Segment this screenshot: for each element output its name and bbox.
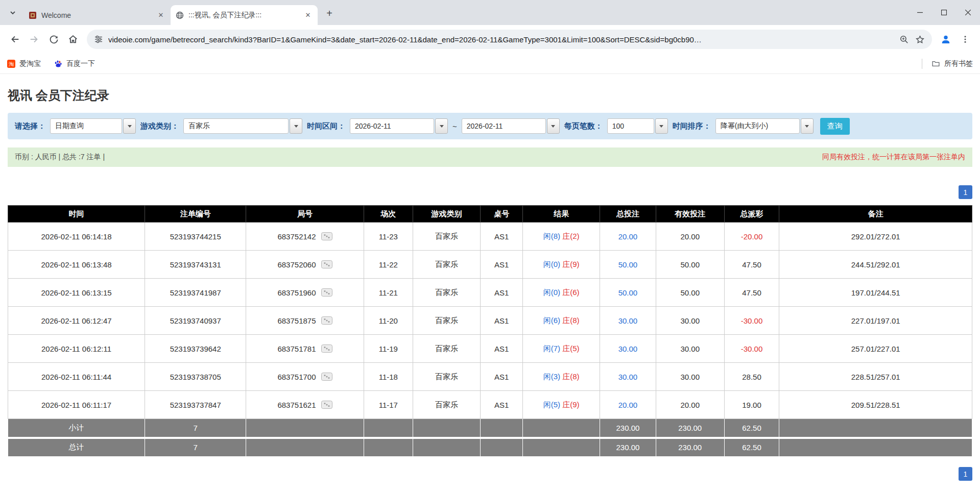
round-cell-inner: 683751960: [277, 288, 332, 297]
summary-bar: 币别 : 人民币 | 总共 :7 注单 | 同局有效投注，统一计算在该局第一张注…: [8, 147, 972, 167]
pagination-page-button[interactable]: 1: [959, 185, 972, 199]
bookmark-taobao[interactable]: 淘 爱淘宝: [7, 59, 41, 68]
cell-total-bet[interactable]: 30.00: [600, 363, 656, 391]
round-number: 683752142: [277, 232, 316, 241]
empty-cell: [481, 438, 523, 457]
dropdown-arrow-button[interactable]: [655, 118, 668, 134]
cell-total-bet[interactable]: 30.00: [600, 335, 656, 363]
round-cell-inner: 683751700: [277, 373, 332, 381]
cell-payout: 28.50: [724, 363, 779, 391]
forward-icon: [29, 34, 40, 45]
tab-close-icon[interactable]: ✕: [303, 11, 313, 20]
cell-total-bet[interactable]: 50.00: [600, 279, 656, 307]
cell-total-bet[interactable]: 30.00: [600, 307, 656, 335]
dropdown-arrow-button[interactable]: [435, 118, 448, 134]
tab-search-button[interactable]: [5, 5, 20, 20]
tab-close-icon[interactable]: ✕: [156, 11, 165, 20]
round-detail-button[interactable]: [321, 316, 332, 325]
date-start-select[interactable]: 2026-02-11: [350, 118, 448, 134]
cell-bet-id: 523193738705: [145, 363, 246, 391]
new-tab-button[interactable]: +: [322, 6, 337, 21]
close-window-button[interactable]: [956, 0, 980, 25]
back-button[interactable]: [5, 30, 25, 49]
round-number: 683751700: [277, 373, 316, 381]
bookmark-baidu[interactable]: 百度一下: [54, 59, 95, 68]
sort-select[interactable]: 降幂(由大到小): [715, 118, 814, 134]
tab-title: :::视讯, 会员下注纪录:::: [188, 11, 303, 20]
cell-valid-bet: 50.00: [656, 279, 724, 307]
bookmark-star-icon[interactable]: [915, 35, 925, 44]
dropdown-arrow-button[interactable]: [547, 118, 560, 134]
reload-button[interactable]: [44, 30, 63, 49]
cell-note: 244.51/292.01: [779, 251, 972, 279]
round-cell-inner: 683751875: [277, 316, 332, 325]
sort-value[interactable]: 降幂(由大到小): [715, 118, 800, 134]
cell-valid-bet: 30.00: [656, 335, 724, 363]
empty-cell: [364, 438, 413, 457]
search-button[interactable]: 查询: [820, 118, 850, 135]
cell-table-no: AS1: [481, 251, 523, 279]
grand-total-total-bet: 230.00: [600, 438, 656, 457]
round-detail-button[interactable]: [321, 373, 332, 381]
cell-result: 闲(3) 庄(8): [523, 363, 600, 391]
url-bar[interactable]: videoie.com/game/betrecord_search/kind3?…: [87, 30, 932, 49]
minimize-button[interactable]: [908, 0, 932, 25]
pagination-page-button[interactable]: 1: [959, 467, 972, 481]
cell-round: 683751875: [246, 307, 364, 335]
tab-betrecord[interactable]: :::视讯, 会员下注纪录::: ✕: [171, 5, 318, 25]
round-detail-button[interactable]: [321, 260, 332, 268]
window-controls: [908, 0, 980, 25]
dropdown-arrow-button[interactable]: [801, 118, 814, 134]
folder-icon: [931, 59, 940, 68]
game-kind-value[interactable]: 百家乐: [183, 118, 289, 134]
zoom-icon[interactable]: [899, 35, 909, 44]
chevron-down-icon: [9, 9, 16, 16]
all-bookmarks-button[interactable]: 所有书签: [944, 59, 973, 68]
cell-table-no: AS1: [481, 363, 523, 391]
cell-total-bet[interactable]: 20.00: [600, 391, 656, 419]
round-detail-button[interactable]: [321, 345, 332, 353]
filter-bar: 请选择： 日期查询 游戏类别： 百家乐 时间区间： 2026-02-11 ~ 2…: [8, 113, 972, 139]
date-start-value[interactable]: 2026-02-11: [350, 118, 434, 134]
home-icon: [67, 34, 79, 45]
cell-total-bet[interactable]: 50.00: [600, 251, 656, 279]
forward-button[interactable]: [25, 30, 44, 49]
cell-time: 2026-02-11 06:13:48: [8, 251, 145, 279]
round-number: 683751781: [277, 345, 316, 353]
date-end-select[interactable]: 2026-02-11: [462, 118, 560, 134]
browser-navbar: videoie.com/game/betrecord_search/kind3?…: [0, 25, 980, 54]
cell-payout: 47.50: [724, 251, 779, 279]
date-mode-select[interactable]: 日期查询: [50, 118, 136, 134]
cell-time: 2026-02-11 06:12:11: [8, 335, 145, 363]
round-detail-button[interactable]: [321, 288, 332, 297]
browser-menu-button[interactable]: [955, 30, 975, 49]
cell-bet-id: 523193743131: [145, 251, 246, 279]
page-size-select[interactable]: 100: [607, 118, 668, 134]
cell-valid-bet: 20.00: [656, 223, 724, 251]
empty-cell: [523, 419, 600, 438]
date-mode-value[interactable]: 日期查询: [50, 118, 122, 134]
date-end-value[interactable]: 2026-02-11: [462, 118, 546, 134]
dropdown-arrow-button[interactable]: [290, 118, 302, 134]
home-button[interactable]: [63, 30, 83, 49]
site-info-icon[interactable]: [94, 35, 103, 44]
tab-welcome[interactable]: Welcome ✕: [23, 5, 171, 25]
profile-avatar[interactable]: [936, 30, 955, 49]
round-detail-button[interactable]: [321, 232, 332, 240]
subtotal-total-bet: 230.00: [600, 419, 656, 438]
url-text[interactable]: videoie.com/game/betrecord_search/kind3?…: [108, 35, 893, 44]
dropdown-arrow-button[interactable]: [123, 118, 136, 134]
bet-record-table: 时间注单编号局号场次游戏类别桌号结果总投注有效投注总派彩备注 2026-02-1…: [8, 205, 972, 457]
cell-note: 209.51/228.51: [779, 391, 972, 419]
cell-game-kind: 百家乐: [413, 307, 480, 335]
cell-valid-bet: 30.00: [656, 363, 724, 391]
round-detail-button[interactable]: [321, 401, 332, 409]
cell-total-bet[interactable]: 20.00: [600, 223, 656, 251]
game-kind-select[interactable]: 百家乐: [183, 118, 302, 134]
empty-cell: [779, 419, 972, 438]
cell-table-no: AS1: [481, 279, 523, 307]
page-size-value[interactable]: 100: [607, 118, 654, 134]
back-icon: [9, 34, 20, 45]
round-number: 683752060: [277, 260, 316, 269]
maximize-button[interactable]: [932, 0, 956, 25]
